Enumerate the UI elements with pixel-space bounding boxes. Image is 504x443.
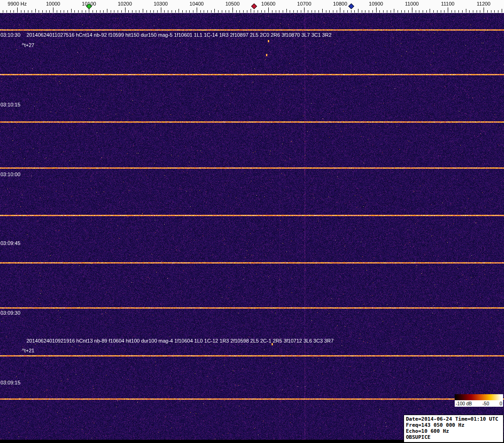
ruler-label-10000: 10000 [46,1,60,7]
time-label-031015: 03:10:15 [0,102,20,107]
time-label-030945: 03:09:45 [0,240,20,246]
time-label-031000: 03:10:00 [0,172,20,177]
ruler-label-9900: 9900 Hz [8,1,27,7]
ruler-label-10300: 10300 [153,1,168,7]
detection-annotation-1: ^t+27 [22,42,34,48]
info-date-line: Date=2014-06-24 Time=01:10 UTC [406,416,501,422]
time-label-030915: 03:09:15 [0,380,20,385]
meteor-spectrogram-screen: 9900 Hz100001010010200103001040010500106… [0,0,504,443]
info-station-line: OBSUPICE [406,434,501,440]
ruler-label-10900: 10900 [369,1,383,7]
ruler-label-10200: 10200 [118,1,132,7]
info-freq-line: Freq=143 050 000 Hz [406,422,501,428]
ruler-label-10400: 10400 [190,1,204,7]
time-label-031030: 03:10:30 [0,32,20,38]
detection-annotation-0: 20140624011027516 hCnt14 nb-92 f10599 hi… [27,32,332,38]
ruler-label-10500: 10500 [225,1,240,7]
time-label-030930: 03:09:30 [0,310,20,316]
ruler-label-10700: 10700 [297,1,312,7]
ruler-label-10800: 10800 [333,1,347,7]
legend-min-label: -100 dB [456,401,472,406]
info-echo-line: Echo=10 600 Hz [406,428,501,434]
detection-annotation-2: 20140624010921916 hCnt13 nb-89 f10604 hi… [27,338,334,344]
detection-annotation-3: ^t+21 [22,348,34,353]
ruler-label-11000: 11000 [405,1,419,7]
ruler-label-11200: 11200 [477,1,491,7]
observation-info-box: Date=2014-06-24 Time=01:10 UTC Freq=143 … [404,415,504,443]
ruler-label-11100: 11100 [441,1,454,7]
legend-max-label: 0 [499,401,502,406]
ruler-label-10600: 10600 [261,1,276,7]
color-scale-gradient [455,394,503,400]
db-scale-legend: -100 dB -50 0 [455,394,503,407]
legend-mid-label: -50 [483,401,489,406]
db-scale-labels: -100 dB -50 0 [455,400,503,407]
spectrogram-canvas [0,0,504,443]
